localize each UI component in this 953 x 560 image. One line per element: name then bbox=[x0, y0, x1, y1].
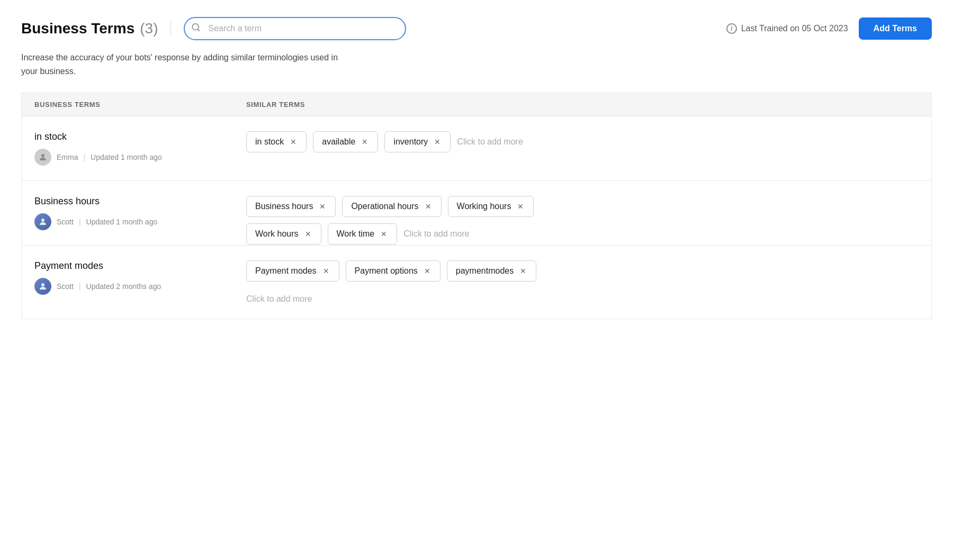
similar-terms-list: Payment modes ✕ Payment options ✕ paymen… bbox=[246, 260, 919, 304]
tag-item: Payment options ✕ bbox=[346, 260, 440, 282]
tag-label: Working hours bbox=[457, 202, 511, 211]
tag-close-button[interactable]: ✕ bbox=[424, 203, 433, 210]
tag-close-button[interactable]: ✕ bbox=[433, 138, 442, 146]
page-header: Business Terms (3) i Last Trained on 05 … bbox=[21, 17, 932, 40]
col-header-similar: SIMILAR TERMS bbox=[246, 101, 305, 109]
tag-close-button[interactable]: ✕ bbox=[322, 267, 330, 275]
last-trained-info: i Last Trained on 05 Oct 2023 bbox=[726, 23, 848, 34]
tag-close-button[interactable]: ✕ bbox=[423, 267, 431, 275]
tag-item: inventory ✕ bbox=[384, 131, 451, 152]
tag-item: Working hours ✕ bbox=[448, 196, 534, 217]
tag-label: Payment modes bbox=[255, 266, 317, 276]
tag-label: available bbox=[322, 137, 355, 147]
tag-label: in stock bbox=[255, 137, 284, 147]
click-to-add[interactable]: Click to add more bbox=[403, 229, 470, 239]
tag-item: Business hours ✕ bbox=[246, 196, 336, 217]
tag-label: Work time bbox=[337, 229, 375, 239]
col-header-business: BUSINESS TERMS bbox=[34, 101, 246, 109]
updated-time: Updated 1 month ago bbox=[91, 153, 162, 161]
author-name: Scott bbox=[57, 218, 74, 226]
term-name: in stock bbox=[34, 131, 246, 142]
search-wrap bbox=[184, 17, 406, 40]
term-left-col: Payment modes Scott | Updated 2 months a… bbox=[34, 260, 246, 295]
tag-close-button[interactable]: ✕ bbox=[289, 138, 298, 146]
svg-line-1 bbox=[198, 29, 200, 31]
tag-label: inventory bbox=[393, 137, 428, 147]
header-divider bbox=[170, 20, 171, 37]
search-icon bbox=[191, 23, 201, 35]
tag-item: in stock ✕ bbox=[246, 131, 307, 152]
avatar bbox=[34, 278, 51, 295]
term-meta: Scott | Updated 1 month ago bbox=[34, 213, 246, 230]
term-meta: Scott | Updated 2 months ago bbox=[34, 278, 246, 295]
avatar bbox=[34, 149, 51, 166]
last-trained-label: Last Trained on 05 Oct 2023 bbox=[741, 24, 848, 33]
updated-time: Updated 2 months ago bbox=[86, 282, 161, 291]
tag-item: Payment modes ✕ bbox=[246, 260, 339, 282]
tag-close-button[interactable]: ✕ bbox=[380, 230, 388, 238]
tag-label: Business hours bbox=[255, 202, 313, 211]
svg-point-2 bbox=[41, 154, 44, 157]
add-terms-button[interactable]: Add Terms bbox=[859, 17, 932, 40]
click-to-add[interactable]: Click to add more bbox=[246, 294, 312, 304]
tag-item: Operational hours ✕ bbox=[342, 196, 441, 217]
header-right: i Last Trained on 05 Oct 2023 Add Terms bbox=[726, 17, 932, 40]
tag-close-button[interactable]: ✕ bbox=[516, 203, 525, 210]
table-row: in stock Emma | Updated 1 month ago in s… bbox=[21, 116, 932, 181]
tag-close-button[interactable]: ✕ bbox=[361, 138, 369, 146]
svg-point-4 bbox=[41, 283, 44, 286]
avatar bbox=[34, 213, 51, 230]
tag-item: paymentmodes ✕ bbox=[447, 260, 536, 282]
similar-terms-list: in stock ✕ available ✕ inventory ✕ Click… bbox=[246, 131, 919, 152]
term-name: Payment modes bbox=[34, 260, 246, 272]
author-name: Emma bbox=[57, 153, 78, 161]
similar-terms-list: Business hours ✕ Operational hours ✕ Wor… bbox=[246, 196, 919, 223]
table-header: BUSINESS TERMS SIMILAR TERMS bbox=[21, 93, 932, 116]
tag-item: available ✕ bbox=[313, 131, 378, 152]
tag-close-button[interactable]: ✕ bbox=[519, 267, 527, 275]
updated-time: Updated 1 month ago bbox=[86, 218, 158, 226]
info-icon: i bbox=[726, 23, 737, 34]
page-title: Business Terms bbox=[21, 20, 134, 37]
click-to-add[interactable]: Click to add more bbox=[457, 137, 523, 147]
tag-item: Work hours ✕ bbox=[246, 223, 321, 245]
table-row: Business hours Scott | Updated 1 month a… bbox=[21, 181, 932, 246]
author-name: Scott bbox=[57, 282, 74, 291]
term-meta: Emma | Updated 1 month ago bbox=[34, 149, 246, 166]
tag-label: Payment options bbox=[355, 266, 418, 276]
search-input[interactable] bbox=[184, 17, 406, 40]
tag-item: Work time ✕ bbox=[328, 223, 398, 245]
table-row: Payment modes Scott | Updated 2 months a… bbox=[21, 246, 932, 319]
tag-label: paymentmodes bbox=[456, 266, 514, 276]
tag-label: Operational hours bbox=[351, 202, 418, 211]
svg-point-3 bbox=[41, 219, 44, 222]
tag-label: Work hours bbox=[255, 229, 299, 239]
title-group: Business Terms (3) bbox=[21, 20, 158, 37]
term-left-col: Business hours Scott | Updated 1 month a… bbox=[34, 196, 246, 230]
tag-close-button[interactable]: ✕ bbox=[304, 230, 312, 238]
page-description: Increase the accuracy of your bots' resp… bbox=[21, 51, 339, 78]
term-name: Business hours bbox=[34, 196, 246, 207]
term-left-col: in stock Emma | Updated 1 month ago bbox=[34, 131, 246, 166]
tag-close-button[interactable]: ✕ bbox=[318, 203, 327, 210]
term-count: (3) bbox=[140, 20, 158, 37]
